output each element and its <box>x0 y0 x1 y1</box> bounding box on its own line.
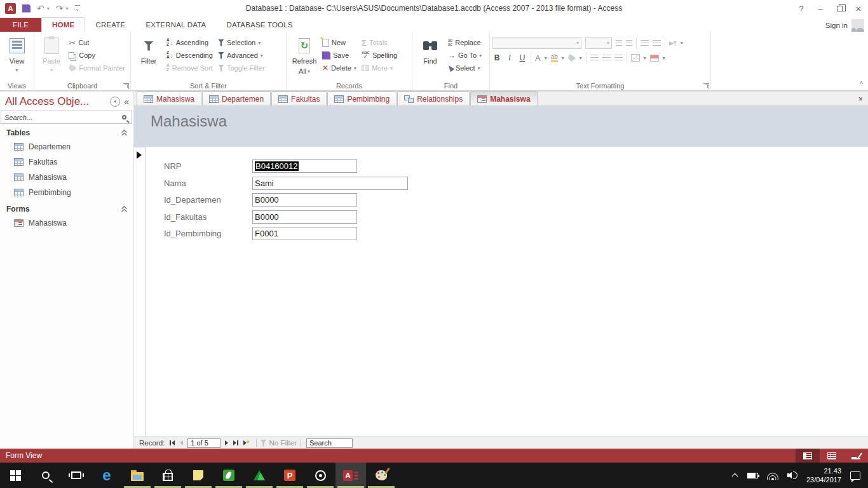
close-icon[interactable]: × <box>849 1 868 16</box>
record-selector-bar[interactable] <box>134 147 146 437</box>
undo-caret-icon[interactable]: ▾ <box>47 6 50 11</box>
sidebar-item-mahasiswa-form[interactable]: Mahasiswa <box>0 215 133 231</box>
advanced-button[interactable]: Advanced ▾ <box>215 49 268 62</box>
first-record-button[interactable] <box>167 437 177 449</box>
bold-button[interactable]: B <box>492 53 501 62</box>
no-filter-button[interactable]: No Filter <box>261 439 297 447</box>
font-size-combo[interactable]: ▾ <box>585 37 612 49</box>
undo-icon[interactable]: ↶ <box>37 4 44 13</box>
totals-button[interactable]: Σ Totals <box>359 36 400 49</box>
field-input-id-fakultas[interactable]: B0000 <box>252 210 357 224</box>
search-icon[interactable] <box>122 115 126 119</box>
taskbar-edge[interactable]: e <box>92 463 122 488</box>
taskbar-sketchbook[interactable] <box>244 463 275 488</box>
redo-caret-icon[interactable]: ▾ <box>65 6 68 11</box>
account-avatar[interactable] <box>851 19 864 32</box>
doc-tab-mahasiswa-form[interactable]: Mahasiswa <box>470 92 537 105</box>
taskbar-file-explorer[interactable] <box>122 463 153 488</box>
taskbar-search-button[interactable] <box>31 463 61 488</box>
record-search-input[interactable]: Search <box>306 438 353 448</box>
taskbar-access-active[interactable]: A <box>336 463 366 488</box>
copy-button[interactable]: Copy <box>66 49 128 62</box>
tab-external-data[interactable]: EXTERNAL DATA <box>135 18 216 32</box>
field-input-nrp[interactable]: B04160012 <box>252 159 357 173</box>
restore-icon[interactable] <box>830 1 849 16</box>
toggle-filter-button[interactable]: Toggle Filter <box>215 62 268 74</box>
clipboard-dialog-launcher-icon[interactable] <box>123 83 129 89</box>
alternate-row-color-icon[interactable] <box>650 55 659 62</box>
text-formatting-dialog-launcher-icon[interactable] <box>703 83 709 89</box>
battery-icon[interactable] <box>747 473 758 478</box>
bullets-icon[interactable] <box>616 40 622 46</box>
tab-file[interactable]: FILE <box>0 18 41 32</box>
sidebar-item-mahasiswa-table[interactable]: Mahasiswa <box>0 170 133 185</box>
refresh-all-button[interactable]: ↻ Refresh All▾ <box>289 34 320 80</box>
field-input-nama[interactable]: Sami <box>252 177 408 190</box>
tables-group-header[interactable]: Tables <box>0 124 133 139</box>
close-document-icon[interactable]: × <box>858 94 863 104</box>
last-record-button[interactable] <box>231 437 241 449</box>
shutter-bar-close-icon[interactable]: « <box>124 97 129 107</box>
underline-button[interactable]: U <box>518 53 527 62</box>
descending-button[interactable]: ZA↓ Descending <box>164 49 215 62</box>
new-record-button[interactable]: New <box>320 36 359 49</box>
hidden-icons-chevron-icon[interactable] <box>733 473 738 478</box>
selection-button[interactable]: Selection ▾ <box>215 36 268 49</box>
doc-tab-fakultas[interactable]: Fakultas <box>271 92 327 105</box>
sign-in[interactable]: Sign in <box>825 19 868 32</box>
align-left-icon[interactable] <box>590 55 599 61</box>
taskbar-paint[interactable] <box>366 463 397 488</box>
replace-button[interactable]: abac Replace <box>445 36 484 49</box>
record-position-box[interactable]: 1 of 5 <box>187 438 220 448</box>
paste-button[interactable]: Paste ▾ <box>37 34 66 80</box>
minimize-icon[interactable]: – <box>811 1 830 16</box>
clock[interactable]: 21.43 23/04/2017 <box>806 466 841 484</box>
previous-record-button[interactable] <box>177 437 186 449</box>
forms-group-header[interactable]: Forms <box>0 200 133 215</box>
help-icon[interactable]: ? <box>792 1 811 16</box>
more-button[interactable]: More ▾ <box>359 62 400 74</box>
gridlines-icon[interactable] <box>631 54 640 62</box>
save-icon[interactable] <box>22 4 31 13</box>
nav-pane-menu-icon[interactable]: ▾ <box>110 97 120 107</box>
start-button[interactable] <box>0 463 31 488</box>
font-color-icon[interactable]: A <box>535 53 541 63</box>
decrease-indent-icon[interactable] <box>641 40 649 46</box>
numbering-icon[interactable] <box>626 40 632 46</box>
form-view-button[interactable] <box>796 449 820 463</box>
fill-color-icon[interactable] <box>568 54 576 62</box>
font-name-combo[interactable]: ▾ <box>492 37 581 49</box>
align-right-icon[interactable] <box>614 55 623 61</box>
sidebar-item-departemen[interactable]: Departemen <box>0 139 133 154</box>
cut-button[interactable]: ✂ Cut <box>66 36 128 49</box>
text-direction-icon[interactable]: ▶¶ <box>669 40 677 46</box>
tab-create[interactable]: CREATE <box>85 18 135 32</box>
doc-tab-relationships[interactable]: Relationships <box>397 92 470 105</box>
view-button[interactable]: View ▾ <box>3 34 31 80</box>
go-to-button[interactable]: → Go To ▾ <box>445 49 484 62</box>
datasheet-view-button[interactable] <box>820 449 844 463</box>
doc-tab-pembimbing[interactable]: Pembimbing <box>327 92 397 105</box>
filter-button[interactable]: Filter <box>133 34 164 80</box>
save-record-button[interactable]: Save <box>320 49 359 62</box>
new-blank-record-button[interactable]: * <box>241 437 252 449</box>
tab-database-tools[interactable]: DATABASE TOOLS <box>216 18 302 32</box>
taskbar-sticky-notes[interactable] <box>183 463 214 488</box>
collapse-ribbon-icon[interactable]: ^ <box>860 80 863 88</box>
action-center-icon[interactable] <box>850 471 860 480</box>
taskbar-powerpoint[interactable]: P <box>275 463 305 488</box>
customize-qat-icon[interactable]: ⌄ <box>75 5 80 12</box>
align-center-icon[interactable] <box>602 55 611 61</box>
redo-icon[interactable]: ↷ <box>56 4 64 13</box>
delete-record-button[interactable]: ✕ Delete ▾ <box>320 62 359 74</box>
task-view-button[interactable] <box>61 463 92 488</box>
layout-view-button[interactable] <box>844 449 868 463</box>
spelling-button[interactable]: ABC✓ Spelling <box>359 49 400 62</box>
highlight-color-icon[interactable]: ab <box>551 53 558 62</box>
format-painter-button[interactable]: Format Painter <box>66 62 128 74</box>
doc-tab-mahasiswa-table[interactable]: Mahasiswa <box>137 92 201 105</box>
increase-indent-icon[interactable] <box>653 40 661 46</box>
taskbar-media-player[interactable] <box>305 463 336 488</box>
doc-tab-departemen[interactable]: Departemen <box>202 92 271 105</box>
wifi-icon[interactable]: * <box>767 471 778 480</box>
